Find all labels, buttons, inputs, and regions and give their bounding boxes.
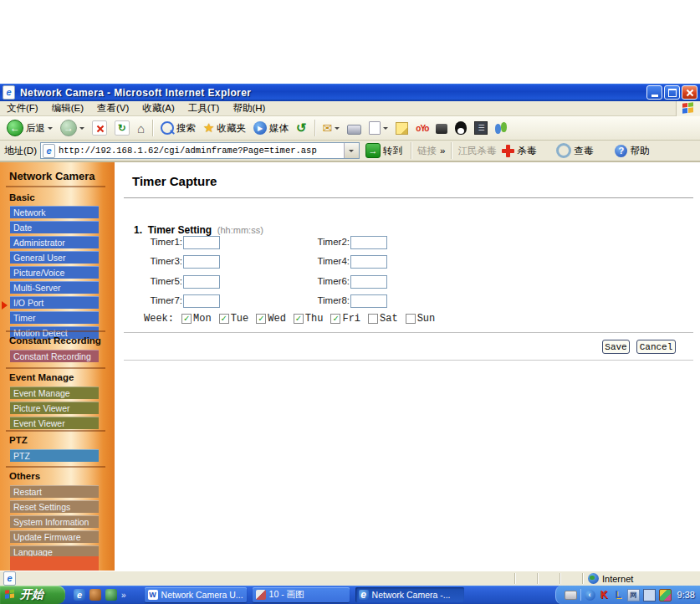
tue-checkbox[interactable]: ✓ — [219, 314, 229, 324]
sidebar-item-picture-voice[interactable]: Picture/Voice — [10, 266, 99, 279]
menu-tools[interactable]: 工具(T) — [181, 102, 227, 115]
links-label[interactable]: 链接 — [417, 145, 437, 157]
download-tool-button[interactable]: ☰ — [472, 120, 490, 136]
sidebar-item-network[interactable]: Network — [10, 206, 99, 218]
mail-dropdown-icon[interactable] — [335, 127, 340, 132]
sidebar-item-administrator[interactable]: Administrator — [10, 236, 99, 248]
sidebar-item-event-viewer[interactable]: Event Viewer — [10, 417, 99, 429]
capture-button[interactable] — [433, 120, 450, 136]
window-titlebar: e Network Camera - Microsoft Internet Ex… — [0, 84, 700, 101]
menu-view[interactable]: 查看(V) — [90, 102, 135, 115]
menu-favorites[interactable]: 收藏(A) — [135, 102, 181, 115]
tray-collapse-icon[interactable]: ‹ — [585, 590, 595, 601]
cancel-button[interactable]: Cancel — [636, 340, 676, 354]
close-icon — [686, 89, 693, 96]
taskbar: 开始 e » W Network Camera U... 10 - 画图 e N… — [0, 586, 700, 604]
quicklaunch-overflow-icon[interactable]: » — [121, 591, 126, 600]
sidebar-item-io-port[interactable]: I/O Port — [10, 296, 99, 309]
timer4-input[interactable] — [350, 255, 387, 269]
mon-checkbox[interactable]: ✓ — [181, 314, 192, 324]
minimize-button[interactable] — [646, 85, 662, 100]
close-button[interactable] — [682, 85, 697, 100]
edit-button[interactable] — [366, 120, 391, 136]
print-button[interactable] — [345, 120, 364, 136]
timer7-input[interactable] — [183, 294, 220, 308]
qq-button[interactable] — [452, 120, 469, 136]
popo-button[interactable]: oYo — [413, 122, 431, 135]
quicklaunch-media-icon[interactable] — [105, 589, 117, 601]
tray-monitor-icon[interactable] — [643, 589, 656, 601]
back-dropdown-icon[interactable] — [48, 127, 53, 132]
keyboard-layout-icon[interactable] — [565, 591, 577, 600]
address-input[interactable]: e http://192.168.1.62/cgi/adminframe?Pag… — [40, 142, 360, 159]
home-button[interactable]: ⌂ — [135, 120, 147, 137]
sidebar-item-ptz[interactable]: PTZ — [10, 449, 99, 462]
timer5-input[interactable] — [183, 275, 220, 289]
favorites-button[interactable]: ★ 收藏夹 — [201, 119, 248, 137]
tray-l-app-icon[interactable]: L — [613, 590, 624, 601]
timer2-input[interactable] — [350, 236, 387, 249]
sidebar-item-date[interactable]: Date — [10, 221, 99, 233]
search-button[interactable]: 搜索 — [158, 120, 198, 136]
antivirus-scan-button[interactable]: 查毒 — [554, 141, 595, 160]
antivirus-kill-button[interactable]: 杀毒 — [499, 143, 539, 159]
sidebar-item-reset-settings[interactable]: Reset Settings — [10, 500, 99, 513]
sidebar-item-general-user[interactable]: General User — [10, 251, 99, 264]
task-word-document[interactable]: W Network Camera U... — [145, 587, 247, 602]
task-buttons: W Network Camera U... 10 - 画图 e Network … — [145, 587, 464, 602]
sidebar-item-timer[interactable]: Timer — [10, 311, 99, 324]
fri-checkbox[interactable]: ✓ — [330, 314, 340, 324]
messenger-note-button[interactable] — [393, 120, 411, 136]
thu-checkbox[interactable]: ✓ — [294, 314, 304, 324]
msn-button[interactable] — [493, 120, 511, 136]
sidebar-item-restart[interactable]: Restart — [10, 485, 99, 498]
forward-dropdown-icon[interactable] — [79, 127, 84, 132]
forward-button[interactable]: → — [58, 118, 87, 138]
sidebar-item-update-firmware[interactable]: Update Firmware — [10, 530, 99, 543]
tray-k-app-icon[interactable]: K — [599, 590, 610, 601]
quicklaunch-app-icon[interactable] — [89, 589, 101, 601]
timer8-input[interactable] — [350, 294, 387, 308]
menu-file[interactable]: 文件(F) — [0, 102, 45, 115]
sidebar-item-multi-server[interactable]: Multi-Server — [10, 281, 99, 294]
active-item-arrow-icon — [2, 301, 12, 310]
stop-button[interactable] — [89, 119, 110, 137]
back-button[interactable]: ← 后退 — [4, 118, 55, 138]
sidebar-item-system-information[interactable]: System Information — [10, 515, 99, 528]
refresh-button[interactable]: ↻ — [112, 119, 132, 137]
timer4-label: Timer4: — [299, 256, 350, 266]
menu-edit[interactable]: 编辑(E) — [45, 102, 90, 115]
mail-button[interactable]: ✉ — [320, 120, 343, 136]
timer1-input[interactable] — [183, 236, 220, 249]
week-label: Week: — [144, 313, 174, 325]
restore-button[interactable] — [664, 85, 680, 100]
history-button[interactable]: ↺ — [294, 119, 309, 137]
antivirus-help-button[interactable]: ? 帮助 — [612, 143, 651, 159]
address-dropdown-button[interactable] — [344, 143, 359, 158]
sidebar-item-picture-viewer[interactable]: Picture Viewer — [10, 402, 99, 414]
timer1-label: Timer1: — [132, 237, 182, 247]
sidebar-divider — [6, 466, 105, 468]
links-chevron-icon[interactable]: » — [440, 146, 445, 156]
sun-checkbox[interactable]: ✓ — [406, 314, 416, 324]
save-button[interactable]: Save — [602, 340, 630, 354]
title-rule — [124, 197, 693, 198]
go-button[interactable]: → 转到 — [363, 141, 405, 160]
sidebar-item-clipped[interactable] — [10, 556, 99, 571]
tray-color-app-icon[interactable] — [659, 589, 672, 601]
main-content: Timer Capture 1. Timer Setting (hh:mm:ss… — [115, 162, 700, 571]
sidebar-item-event-manage[interactable]: Event Manage — [10, 386, 99, 399]
timer3-input[interactable] — [183, 255, 220, 269]
media-button[interactable]: ▶ 媒体 — [251, 120, 291, 136]
start-button[interactable]: 开始 — [0, 586, 65, 604]
edit-dropdown-icon[interactable] — [383, 127, 388, 132]
quicklaunch-ie-icon[interactable]: e — [74, 589, 85, 601]
wed-checkbox[interactable]: ✓ — [256, 314, 266, 324]
menu-help[interactable]: 帮助(H) — [226, 102, 272, 115]
sat-checkbox[interactable]: ✓ — [368, 314, 378, 324]
timer6-input[interactable] — [350, 275, 387, 289]
sidebar-item-constant-recording[interactable]: Constant Recording — [10, 350, 99, 362]
tray-network-grid-icon[interactable]: 网 — [627, 589, 640, 601]
task-paint[interactable]: 10 - 画图 — [253, 587, 350, 602]
task-ie-active[interactable]: e Network Camera -... — [355, 587, 464, 602]
